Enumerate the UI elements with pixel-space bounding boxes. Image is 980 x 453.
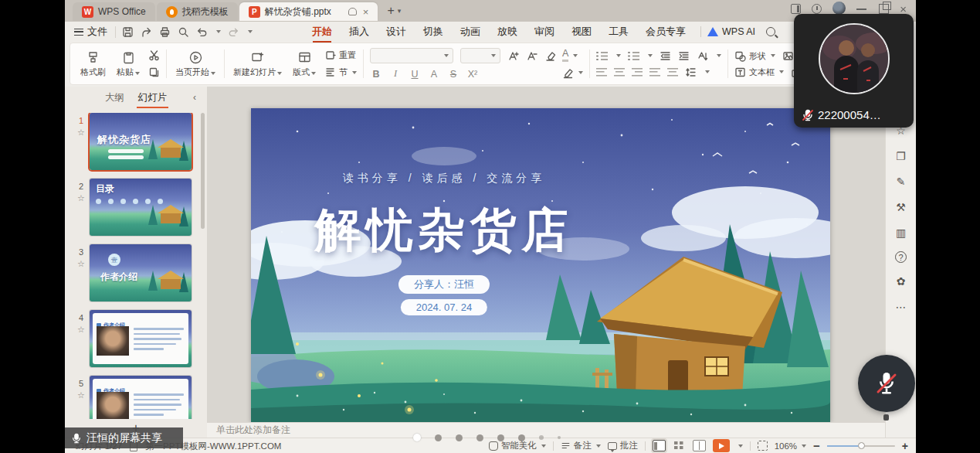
fab-drag-handle[interactable] bbox=[883, 414, 889, 421]
increase-indent-icon[interactable] bbox=[678, 50, 690, 62]
line-spacing-icon[interactable] bbox=[685, 66, 697, 78]
notes-button[interactable]: 备注 bbox=[561, 440, 601, 451]
menu-item[interactable]: 设计 bbox=[378, 22, 415, 41]
slide-thumbnail[interactable]: 作者介绍 作者介绍 bbox=[90, 310, 192, 367]
tab-list-chevron-icon[interactable]: ▾ bbox=[398, 7, 402, 15]
justify-icon[interactable] bbox=[649, 68, 660, 77]
app-tab[interactable]: W WPS Office × bbox=[73, 2, 155, 21]
collapse-panel-icon[interactable]: ‹ bbox=[193, 92, 196, 103]
distribute-icon[interactable] bbox=[667, 68, 678, 77]
comments-button[interactable]: 批注 bbox=[608, 440, 638, 451]
reference-pane-icon[interactable]: ▥ bbox=[894, 226, 908, 240]
save-icon[interactable] bbox=[122, 26, 134, 38]
font-family-select[interactable] bbox=[370, 48, 453, 63]
selection-pane-icon[interactable]: ❐ bbox=[894, 149, 908, 163]
app-tab[interactable]: 找稻壳模板 × bbox=[157, 2, 238, 21]
redo-icon[interactable] bbox=[228, 26, 239, 38]
shapes-button[interactable]: 形状 bbox=[734, 50, 775, 62]
decrease-font-icon[interactable] bbox=[526, 50, 537, 62]
menu-item[interactable]: 视图 bbox=[563, 22, 600, 41]
mic-muted-fab[interactable] bbox=[858, 355, 915, 412]
more-icon[interactable]: ⋯ bbox=[894, 300, 908, 314]
section-button[interactable]: 节 bbox=[324, 66, 357, 78]
menu-item[interactable]: 开始 bbox=[303, 22, 341, 41]
slide-sorter-view-button[interactable] bbox=[673, 440, 686, 451]
restore-button[interactable] bbox=[879, 4, 889, 14]
highlight-color-icon[interactable] bbox=[562, 67, 574, 79]
align-right-icon[interactable] bbox=[632, 68, 643, 77]
copy-icon[interactable] bbox=[148, 66, 160, 78]
favorite-star-icon[interactable]: ☆ bbox=[77, 390, 85, 400]
numbered-list-icon[interactable] bbox=[628, 52, 639, 60]
zoom-in-button[interactable]: + bbox=[902, 440, 908, 452]
toolbox-icon[interactable]: ⚒ bbox=[894, 200, 908, 214]
font-color-button[interactable]: A bbox=[562, 49, 568, 62]
favorite-star-icon[interactable]: ☆ bbox=[77, 193, 85, 203]
pager-dot[interactable] bbox=[435, 434, 442, 441]
align-left-icon[interactable] bbox=[596, 68, 607, 77]
font-style-button[interactable]: U bbox=[409, 69, 421, 80]
normal-view-button[interactable] bbox=[653, 440, 666, 451]
textbox-button[interactable]: 文本框 bbox=[734, 66, 784, 78]
favorite-star-icon[interactable]: ☆ bbox=[77, 325, 85, 335]
slide-thumbnail[interactable]: 作者介绍 作者介绍 bbox=[90, 376, 192, 419]
slide-layout-button[interactable]: 版式 bbox=[290, 50, 318, 78]
align-center-icon[interactable] bbox=[614, 68, 625, 77]
play-from-current-button[interactable]: 当页开始 bbox=[173, 50, 218, 78]
tab-close-icon[interactable]: × bbox=[363, 7, 369, 17]
text-direction-icon[interactable] bbox=[697, 50, 708, 62]
format-painter-button[interactable]: 格式刷 bbox=[78, 50, 108, 78]
pager-dot[interactable] bbox=[456, 434, 463, 441]
account-avatar[interactable] bbox=[832, 2, 846, 15]
decrease-indent-icon[interactable] bbox=[660, 50, 671, 62]
slide-thumbnail[interactable]: 解忧杂货店 解忧杂货店 bbox=[90, 113, 192, 170]
menu-item[interactable]: 工具 bbox=[600, 22, 637, 41]
font-style-button[interactable]: S bbox=[447, 69, 459, 80]
smart-beautify-button[interactable]: 智能美化 bbox=[489, 440, 546, 451]
bullet-list-icon[interactable] bbox=[596, 52, 608, 60]
menu-item[interactable]: 审阅 bbox=[526, 22, 563, 41]
clear-format-icon[interactable] bbox=[544, 50, 556, 62]
webcam-overlay[interactable]: 22200054… bbox=[794, 14, 914, 128]
menu-item[interactable]: 放映 bbox=[489, 22, 526, 41]
favorite-star-icon[interactable]: ☆ bbox=[77, 128, 85, 138]
print-preview-icon[interactable] bbox=[178, 26, 189, 38]
zoom-out-button[interactable]: − bbox=[813, 439, 820, 452]
undo-icon[interactable] bbox=[196, 26, 208, 38]
print-icon[interactable] bbox=[159, 26, 171, 38]
pager-dot[interactable] bbox=[413, 434, 421, 441]
close-button[interactable]: × bbox=[900, 4, 907, 14]
font-style-button[interactable]: A bbox=[428, 69, 440, 80]
fit-to-window-icon[interactable] bbox=[758, 441, 768, 451]
wps-ai-button[interactable]: WPS AI bbox=[707, 26, 755, 37]
slide-thumbnail[interactable]: 目录 目录 bbox=[90, 179, 192, 236]
font-style-button[interactable]: I bbox=[389, 68, 402, 80]
reading-view-button[interactable] bbox=[693, 440, 706, 451]
play-options-caret-icon[interactable] bbox=[738, 444, 743, 448]
search-icon[interactable] bbox=[766, 27, 775, 36]
panel-scrollbar[interactable] bbox=[201, 113, 205, 229]
undo-caret-icon[interactable] bbox=[216, 30, 221, 33]
zoom-level[interactable]: 106% bbox=[775, 441, 806, 451]
cut-icon[interactable] bbox=[148, 49, 160, 61]
paste-button[interactable]: 粘贴 bbox=[114, 50, 142, 78]
favorite-star-icon[interactable]: ☆ bbox=[77, 259, 85, 269]
share-icon[interactable] bbox=[141, 26, 152, 38]
outline-tab[interactable]: 大纲 bbox=[105, 91, 124, 104]
current-slide[interactable]: 读书分享 / 读后感 / 交流分享 解忧杂货店 分享人：汪恒 2024. 07.… bbox=[251, 108, 830, 422]
font-style-button[interactable]: X² bbox=[466, 69, 479, 80]
file-menu-button[interactable]: 文件 bbox=[74, 25, 107, 39]
design-tools-icon[interactable]: ✎ bbox=[894, 175, 908, 189]
zoom-slider-handle[interactable] bbox=[858, 442, 865, 449]
increase-font-icon[interactable] bbox=[507, 50, 519, 62]
pager-dot[interactable] bbox=[476, 434, 483, 441]
history-icon[interactable] bbox=[812, 4, 822, 14]
reset-slide-button[interactable]: 重置 bbox=[324, 49, 357, 61]
app-tab[interactable]: P 解忧杂货铺.pptx × bbox=[239, 2, 378, 21]
menu-item[interactable]: 切换 bbox=[415, 22, 452, 41]
font-style-button[interactable]: B bbox=[370, 69, 382, 80]
menu-item[interactable]: 会员专享 bbox=[637, 22, 694, 41]
help-icon[interactable]: ? bbox=[895, 251, 907, 263]
skin-center-icon[interactable]: ✿ bbox=[894, 274, 908, 288]
new-tab-button[interactable]: + bbox=[387, 4, 394, 18]
